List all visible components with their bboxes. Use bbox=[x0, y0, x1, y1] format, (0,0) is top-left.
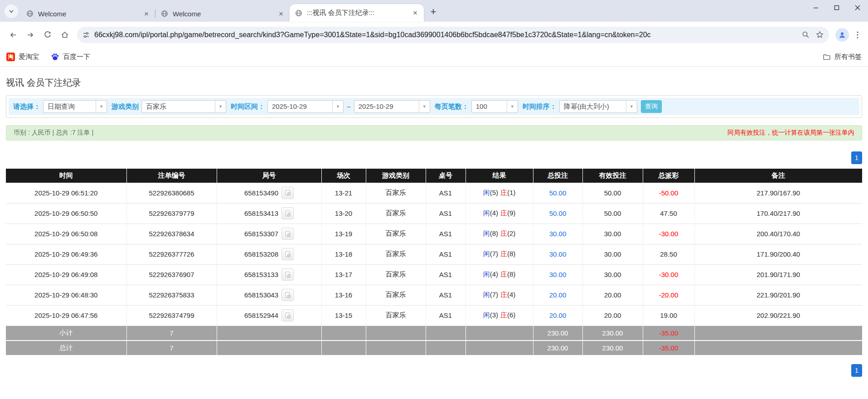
page-number-button[interactable]: 1 bbox=[851, 364, 862, 377]
header-round-id: 局号 bbox=[217, 169, 321, 183]
subtotal-row: 小计 7 230.00 230.00 -35.00 bbox=[6, 326, 862, 341]
bookmark-taobao[interactable]: 淘 爱淘宝 bbox=[6, 53, 39, 61]
site-info-icon[interactable] bbox=[82, 31, 90, 39]
video-replay-button[interactable] bbox=[281, 207, 294, 219]
search-button[interactable]: 查询 bbox=[641, 100, 662, 113]
baidu-paw-icon bbox=[51, 53, 59, 61]
total-bet-link[interactable]: 20.00 bbox=[549, 311, 567, 319]
filter-strip: 请选择： 日期查询 ▼ 游戏类别 百家乐 ▼ 时间区间： 2025-10-29 … bbox=[9, 98, 859, 115]
video-replay-button[interactable] bbox=[281, 309, 294, 321]
cell-table-no: AS1 bbox=[426, 244, 466, 264]
total-bet-link[interactable]: 30.00 bbox=[549, 230, 567, 238]
tab-search-button[interactable] bbox=[5, 5, 18, 18]
notice-text: 同局有效投注，统一计算在该局第一张注单内 bbox=[727, 129, 854, 137]
table-row: 2025-10-29 06:49:36 522926377726 6581532… bbox=[6, 244, 862, 264]
player-count: (7) bbox=[490, 291, 498, 298]
video-replay-button[interactable] bbox=[281, 268, 294, 281]
cell-payout: 28.50 bbox=[643, 244, 694, 264]
cell-valid-bet: 30.00 bbox=[582, 264, 643, 285]
header-bet-id: 注单编号 bbox=[126, 169, 217, 183]
cell-note: 217.90/167.90 bbox=[694, 183, 862, 203]
header-session: 场次 bbox=[321, 169, 366, 183]
total-bet-link[interactable]: 50.00 bbox=[549, 189, 567, 197]
header-game-type: 游戏类别 bbox=[366, 169, 426, 183]
cell-total-bet: 30.00 bbox=[533, 224, 582, 244]
close-window-button[interactable] bbox=[847, 0, 868, 15]
round-id-text: 658153133 bbox=[244, 271, 278, 278]
cell-session: 13-15 bbox=[321, 305, 366, 326]
header-total-bet: 总投注 bbox=[533, 169, 582, 183]
video-replay-button[interactable] bbox=[281, 228, 294, 240]
total-bet-link[interactable]: 50.00 bbox=[549, 209, 567, 217]
cell-note: 171.90/200.40 bbox=[694, 244, 862, 264]
cell-time: 2025-10-29 06:47:56 bbox=[6, 305, 126, 326]
video-replay-button[interactable] bbox=[281, 187, 294, 199]
cell-round-id: 658152944 bbox=[217, 305, 321, 326]
tab-welcome-1[interactable]: Welcome × bbox=[21, 5, 155, 22]
globe-icon bbox=[295, 10, 302, 17]
date-from-select[interactable]: 2025-10-29 ▼ bbox=[267, 100, 344, 113]
cell-total-bet: 20.00 bbox=[533, 305, 582, 326]
forward-button[interactable] bbox=[22, 26, 39, 44]
date-to-select[interactable]: 2025-10-29 ▼ bbox=[354, 100, 430, 113]
banker-count: (2) bbox=[507, 229, 515, 237]
cell-note: 200.40/170.40 bbox=[694, 224, 862, 244]
back-button[interactable] bbox=[5, 26, 22, 44]
tab-bet-records-active[interactable]: :::视讯 会员下注纪录::: × bbox=[290, 4, 424, 22]
table-body: 2025-10-29 06:51:20 522926380685 6581534… bbox=[6, 183, 862, 326]
total-bet-link[interactable]: 20.00 bbox=[549, 291, 567, 299]
sort-value: 降幂(由大到小) bbox=[560, 101, 626, 112]
tab-close-icon[interactable]: × bbox=[411, 8, 419, 18]
total-bet-link[interactable]: 30.00 bbox=[549, 271, 567, 278]
tab-close-icon[interactable]: × bbox=[142, 9, 150, 19]
address-bar[interactable]: 66cxkj98.com/ipl/portal.php/game/betreco… bbox=[77, 27, 829, 43]
page-size-select[interactable]: 100 ▼ bbox=[471, 100, 518, 113]
total-bet-link[interactable]: 30.00 bbox=[549, 250, 567, 258]
maximize-button[interactable] bbox=[826, 0, 847, 15]
all-bookmarks[interactable]: 所有书签 bbox=[823, 53, 862, 61]
folder-icon bbox=[823, 53, 831, 61]
sort-select[interactable]: 降幂(由大到小) ▼ bbox=[559, 100, 637, 113]
reload-button[interactable] bbox=[39, 26, 56, 44]
cell-bet-id: 522926378634 bbox=[126, 224, 217, 244]
home-button[interactable] bbox=[56, 26, 73, 44]
tab-close-icon[interactable]: × bbox=[277, 9, 285, 19]
banker-result: 庄 bbox=[500, 311, 507, 319]
banker-result: 庄 bbox=[500, 189, 507, 196]
cell-table-no: AS1 bbox=[426, 305, 466, 326]
tab-welcome-2[interactable]: Welcome × bbox=[155, 5, 290, 22]
cell-valid-bet: 50.00 bbox=[582, 183, 643, 203]
cell-table-no: AS1 bbox=[426, 224, 466, 244]
cell-time: 2025-10-29 06:49:08 bbox=[6, 264, 126, 285]
cell-session: 13-17 bbox=[321, 264, 366, 285]
profile-avatar[interactable] bbox=[835, 28, 849, 42]
header-time: 时间 bbox=[6, 169, 126, 183]
cell-note: 202.90/221.90 bbox=[694, 305, 862, 326]
page-number-button[interactable]: 1 bbox=[851, 151, 862, 164]
summary-bar: 币别 : 人民币 | 总共 :7 注单 | 同局有效投注，统一计算在该局第一张注… bbox=[6, 125, 862, 141]
minimize-button[interactable] bbox=[805, 0, 826, 15]
cell-session: 13-19 bbox=[321, 224, 366, 244]
select-type-label: 请选择： bbox=[13, 102, 40, 111]
video-replay-button[interactable] bbox=[281, 289, 294, 301]
new-tab-button[interactable]: + bbox=[427, 5, 440, 19]
cell-bet-id: 522926380685 bbox=[126, 183, 217, 203]
game-type-select[interactable]: 百家乐 ▼ bbox=[141, 100, 226, 113]
banker-count: (8) bbox=[507, 250, 515, 258]
cell-note: 201.90/171.90 bbox=[694, 264, 862, 285]
cell-result: 闲(7)庄(8) bbox=[466, 244, 533, 264]
bookmark-baidu[interactable]: 百度一下 bbox=[51, 53, 90, 61]
url-text[interactable]: 66cxkj98.com/ipl/portal.php/game/betreco… bbox=[94, 31, 795, 39]
page-size-label: 每页笔数： bbox=[435, 102, 469, 111]
all-bookmarks-label: 所有书签 bbox=[834, 53, 862, 61]
menu-kebab-icon[interactable] bbox=[852, 31, 863, 39]
player-result: 闲 bbox=[483, 270, 490, 278]
query-type-select[interactable]: 日期查询 ▼ bbox=[43, 100, 107, 113]
banker-result: 庄 bbox=[500, 291, 507, 298]
zoom-icon[interactable] bbox=[802, 31, 810, 39]
chevron-down-icon bbox=[8, 8, 15, 15]
cell-total-bet: 30.00 bbox=[533, 264, 582, 285]
round-id-text: 658153490 bbox=[244, 189, 278, 197]
video-replay-button[interactable] bbox=[281, 248, 294, 260]
bookmark-star-icon[interactable] bbox=[816, 31, 824, 39]
